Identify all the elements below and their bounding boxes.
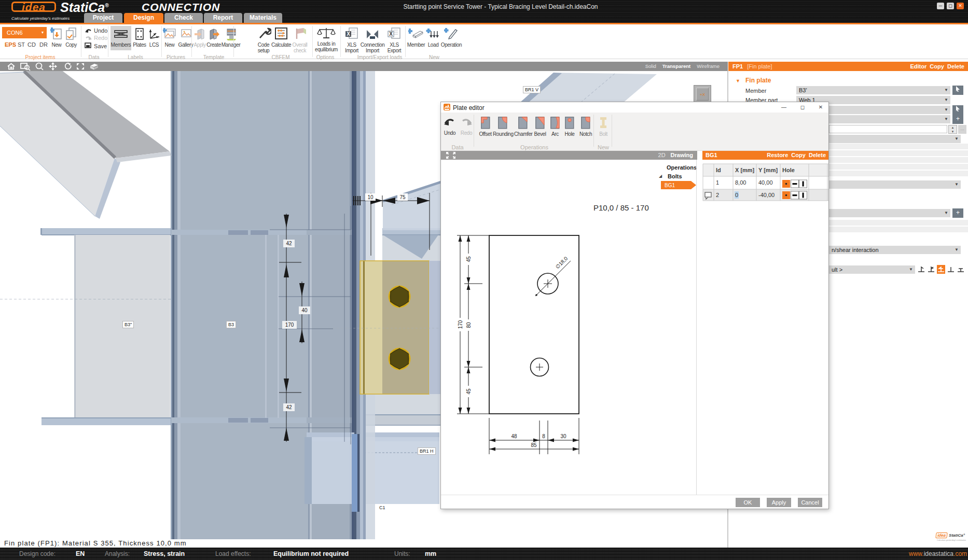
- svg-text:Y [mm]: Y [mm]: [758, 167, 778, 173]
- svg-text:30: 30: [560, 433, 566, 439]
- svg-text:85: 85: [531, 442, 537, 448]
- svg-text:80: 80: [466, 322, 472, 328]
- svg-text:P10,0 / 85 - 170: P10,0 / 85 - 170: [593, 203, 649, 212]
- svg-text:40: 40: [301, 307, 308, 313]
- svg-text:48: 48: [511, 433, 517, 439]
- svg-text:-40,00: -40,00: [758, 192, 775, 198]
- svg-text:0: 0: [735, 192, 738, 198]
- svg-text:170: 170: [285, 322, 294, 328]
- svg-text:BG1: BG1: [665, 183, 675, 188]
- svg-text:42: 42: [286, 241, 292, 246]
- svg-text:45: 45: [466, 256, 472, 262]
- svg-text:X [mm]: X [mm]: [735, 167, 755, 173]
- svg-text:1: 1: [716, 179, 719, 186]
- svg-text:10: 10: [367, 194, 374, 200]
- svg-text:Id: Id: [716, 167, 721, 173]
- svg-text:X: X: [389, 31, 393, 37]
- svg-text:8: 8: [542, 433, 545, 439]
- svg-text:X: X: [347, 31, 350, 37]
- svg-text:2: 2: [716, 192, 719, 198]
- svg-text:∅18,0: ∅18,0: [555, 255, 569, 270]
- svg-text:42: 42: [286, 404, 292, 410]
- svg-text:Hole: Hole: [782, 167, 795, 173]
- svg-text:45: 45: [466, 388, 472, 395]
- svg-text:170: 170: [458, 320, 463, 329]
- svg-text:75: 75: [399, 194, 406, 200]
- svg-text:40,00: 40,00: [758, 179, 773, 186]
- svg-text:8,00: 8,00: [735, 179, 746, 186]
